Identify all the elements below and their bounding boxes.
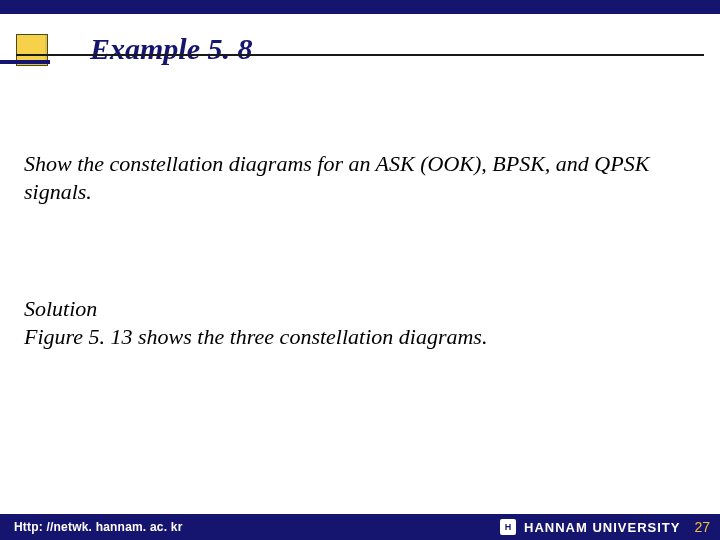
page-number: 27 (688, 519, 710, 535)
footer-right-group: H HANNAM UNIVERSITY 27 (500, 519, 710, 535)
title-underline (16, 54, 704, 56)
title-row: Example 5. 8 (0, 14, 720, 56)
footer-bar: Http: //netwk. hannam. ac. kr H HANNAM U… (0, 514, 720, 540)
solution-text: Figure 5. 13 shows the three constellati… (24, 323, 696, 351)
slide-title: Example 5. 8 (90, 32, 253, 66)
title-underline-accent (0, 60, 50, 64)
body-area: Show the constellation diagrams for an A… (24, 150, 696, 350)
solution-label: Solution (24, 295, 696, 323)
university-logo-icon: H (500, 519, 516, 535)
problem-text: Show the constellation diagrams for an A… (24, 150, 696, 205)
university-name: HANNAM UNIVERSITY (524, 520, 680, 535)
header-top-bar (0, 0, 720, 14)
footer-url: Http: //netwk. hannam. ac. kr (14, 520, 183, 534)
slide: Example 5. 8 Show the constellation diag… (0, 0, 720, 540)
